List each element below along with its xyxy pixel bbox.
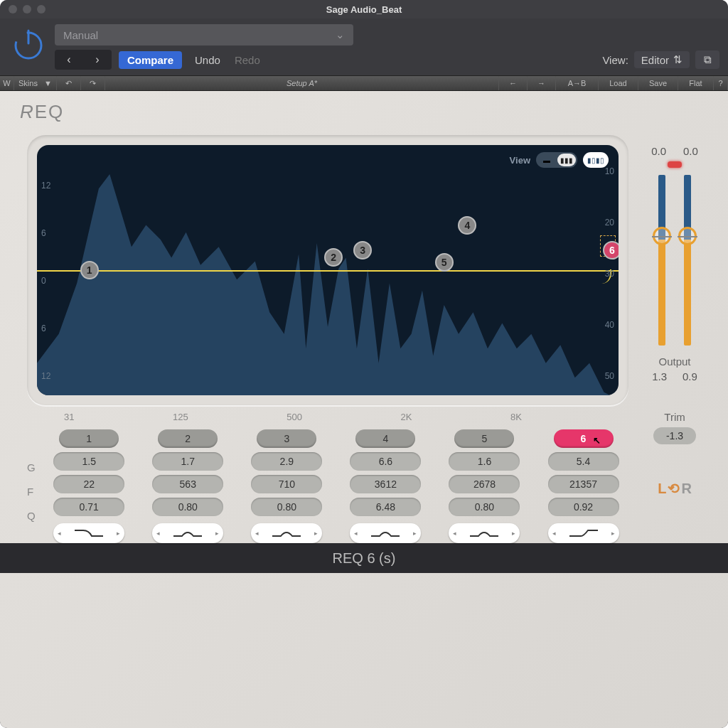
eq-node-4[interactable]: 4 [458,216,476,235]
fader-handle-icon[interactable] [653,227,671,245]
compare-button[interactable]: Compare [119,51,182,69]
band-1: 11.5220.71 [44,429,134,543]
band-1-g[interactable]: 1.5 [53,452,124,471]
band-row-labels: G F Q [27,458,36,543]
band-3-g[interactable]: 2.9 [251,452,322,471]
peak-left: 0.0 [651,145,666,157]
band-4: 46.636126.48 [341,429,431,543]
plugin-footer: REQ 6 (s) [0,543,728,573]
bell-icon [370,528,401,539]
bell-icon [469,528,500,539]
band-2: 21.75630.80 [143,429,233,543]
band-2-q[interactable]: 0.80 [152,498,223,516]
band-4-f[interactable]: 3612 [350,475,421,493]
band-4-g[interactable]: 6.6 [350,452,421,471]
next-setup-button[interactable]: → [528,76,556,90]
updown-icon: ⇅ [673,53,682,66]
setup-display[interactable]: Setup A* [105,76,499,90]
chain-icon: ⧉ [704,53,712,66]
band-5-f[interactable]: 2678 [449,475,520,493]
band-2-shape[interactable] [152,523,223,543]
band-4-q[interactable]: 6.48 [350,498,421,516]
output-label: Output [658,355,690,368]
next-preset-button[interactable]: › [83,50,112,70]
redo-button[interactable]: Redo [228,51,267,69]
band-3: 32.97100.80 [242,429,332,543]
eq-node-5[interactable]: 5 [435,253,454,272]
undo-icon[interactable]: ↶ [57,76,81,90]
flat-button[interactable]: Flat [678,76,714,90]
band-2-g[interactable]: 1.7 [152,452,223,471]
zoom-icon[interactable] [37,5,46,14]
eq-curve[interactable] [37,270,619,272]
band-6-q[interactable]: 0.92 [548,498,619,516]
prev-setup-button[interactable]: ← [499,76,528,90]
undo-button[interactable]: Undo [188,51,228,69]
band-1-f[interactable]: 22 [53,475,124,493]
band-6-f[interactable]: 21357 [548,475,619,493]
save-button[interactable]: Save [638,76,678,90]
band-select-3[interactable]: 3 [257,429,316,448]
band-1-q[interactable]: 0.71 [53,498,124,516]
band-select-2[interactable]: 2 [158,429,218,448]
band-2-f[interactable]: 563 [152,475,223,493]
output-fader-right[interactable] [684,175,691,346]
band-select-1[interactable]: 1 [59,429,119,448]
graph-view-toggle[interactable]: ▬ ▮▮▮ [536,152,577,168]
preset-selector[interactable]: Manual ⌄ [55,24,353,46]
band-3-q[interactable]: 0.80 [251,498,322,516]
band-5-q[interactable]: 0.80 [449,498,520,516]
band-1-shape[interactable] [53,523,124,543]
minimize-icon[interactable] [23,5,31,14]
output-fader-left[interactable] [658,175,665,346]
prev-preset-button[interactable]: ‹ [55,50,83,70]
output-val-left: 1.3 [652,370,667,382]
band-select-4[interactable]: 4 [355,429,415,448]
eq-node-2[interactable]: 2 [324,248,343,267]
analyzer-button[interactable]: ▮▯▮▯ [583,152,609,168]
chevron-down-icon: ⌄ [336,28,345,41]
skins-menu[interactable]: Skins▼ [14,76,57,90]
power-button[interactable] [9,24,48,63]
eq-node-1[interactable]: 1 [80,261,99,279]
band-6: 6↖5.4213570.92 [538,429,628,543]
band-5-g[interactable]: 1.6 [449,452,520,471]
bell-icon [172,528,203,539]
stereo-link[interactable]: L⟲R [658,480,692,497]
fader-handle-icon[interactable] [678,227,697,245]
eq-graph-frame: View ▬ ▮▮▮ ▮▯▮▯ 1260612 10 [27,135,628,405]
band-select-5[interactable]: 5 [454,429,514,448]
band-6-g[interactable]: 5.4 [548,452,619,471]
band-controls: G F Q 11.5220.7121.75630.8032.97100.8046… [27,429,628,543]
output-val-right: 0.9 [682,370,697,382]
trim-value[interactable]: -1.3 [653,427,696,444]
eq-node-6[interactable]: 6 [603,241,619,259]
gain-axis: 1260612 [41,181,50,381]
close-icon[interactable] [9,5,17,14]
band-select-6[interactable]: 6↖ [554,429,614,448]
help-button[interactable]: ? [714,76,728,90]
link-button[interactable]: ⧉ [695,50,719,69]
band-4-shape[interactable] [350,523,421,543]
window-controls[interactable] [9,5,46,14]
band-3-f[interactable]: 710 [251,475,322,493]
eq-node-3[interactable]: 3 [353,241,372,259]
band-3-shape[interactable] [251,523,322,543]
plugin-body: REQ View ▬ ▮▮▮ ▮▯▮▯ [0,91,728,728]
load-button[interactable]: Load [599,76,638,90]
clip-led[interactable] [668,161,682,168]
highshelf-icon [568,528,599,539]
titlebar: Sage Audio_Beat [0,0,728,18]
preset-name: Manual [63,29,98,41]
band-5: 51.626780.80 [439,429,530,543]
waves-menu[interactable]: W [0,76,14,90]
view-selector[interactable]: Editor ⇅ [634,51,690,68]
trim-label: Trim [664,411,685,423]
redo-icon[interactable]: ↷ [81,76,105,90]
band-5-shape[interactable] [449,523,520,543]
copy-ab-button[interactable]: A→B [556,76,599,90]
eq-graph[interactable]: View ▬ ▮▮▮ ▮▯▮▯ 1260612 10 [37,145,619,395]
freq-axis: 311255002K8K [64,412,522,422]
band-6-shape[interactable] [548,523,619,543]
level-axis: 1020304050 [605,166,614,381]
